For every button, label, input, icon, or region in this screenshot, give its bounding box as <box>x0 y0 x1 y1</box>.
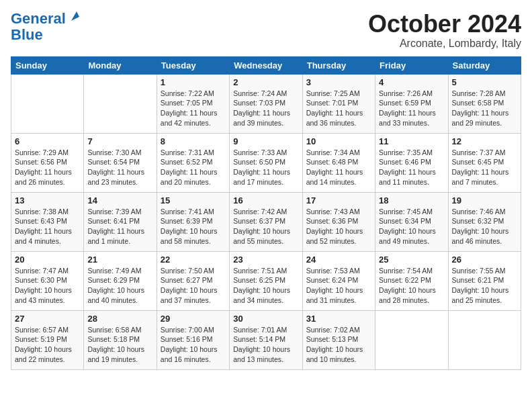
day-number: 5 <box>452 77 517 87</box>
calendar-week-row: 13Sunrise: 7:38 AMSunset: 6:43 PMDayligh… <box>11 192 521 251</box>
logo-bird-icon <box>67 9 82 24</box>
day-number: 9 <box>233 136 298 146</box>
calendar-cell <box>84 74 157 133</box>
day-number: 3 <box>306 77 371 87</box>
day-info: Sunrise: 7:43 AMSunset: 6:36 PMDaylight:… <box>306 207 371 246</box>
calendar-cell: 18Sunrise: 7:45 AMSunset: 6:34 PMDayligh… <box>375 192 448 251</box>
day-info: Sunrise: 7:37 AMSunset: 6:45 PMDaylight:… <box>452 148 517 187</box>
column-header-friday: Friday <box>375 56 448 74</box>
day-info: Sunrise: 7:30 AMSunset: 6:54 PMDaylight:… <box>87 148 152 187</box>
day-info: Sunrise: 7:33 AMSunset: 6:50 PMDaylight:… <box>233 148 298 187</box>
calendar-cell: 14Sunrise: 7:39 AMSunset: 6:41 PMDayligh… <box>84 192 157 251</box>
day-info: Sunrise: 7:00 AMSunset: 5:16 PMDaylight:… <box>161 325 226 365</box>
day-number: 4 <box>379 77 444 87</box>
calendar-cell: 7Sunrise: 7:30 AMSunset: 6:54 PMDaylight… <box>84 133 157 192</box>
day-info: Sunrise: 7:29 AMSunset: 6:56 PMDaylight:… <box>15 148 80 187</box>
calendar-cell: 21Sunrise: 7:49 AMSunset: 6:29 PMDayligh… <box>84 251 157 310</box>
day-number: 27 <box>15 314 80 324</box>
calendar-cell: 6Sunrise: 7:29 AMSunset: 6:56 PMDaylight… <box>11 133 84 192</box>
day-number: 2 <box>233 77 298 87</box>
column-header-wednesday: Wednesday <box>230 56 302 74</box>
day-number: 23 <box>233 255 298 265</box>
calendar-cell: 9Sunrise: 7:33 AMSunset: 6:50 PMDaylight… <box>230 133 302 192</box>
calendar-cell: 15Sunrise: 7:41 AMSunset: 6:39 PMDayligh… <box>157 192 229 251</box>
day-info: Sunrise: 7:35 AMSunset: 6:46 PMDaylight:… <box>379 148 444 187</box>
calendar-cell: 17Sunrise: 7:43 AMSunset: 6:36 PMDayligh… <box>302 192 375 251</box>
day-number: 12 <box>452 136 517 146</box>
day-number: 18 <box>379 195 444 205</box>
calendar-cell: 10Sunrise: 7:34 AMSunset: 6:48 PMDayligh… <box>302 133 375 192</box>
calendar-cell: 2Sunrise: 7:24 AMSunset: 7:03 PMDaylight… <box>230 74 302 133</box>
day-number: 13 <box>15 195 80 205</box>
calendar-cell: 13Sunrise: 7:38 AMSunset: 6:43 PMDayligh… <box>11 192 84 251</box>
calendar-cell: 4Sunrise: 7:26 AMSunset: 6:59 PMDaylight… <box>375 74 448 133</box>
column-header-tuesday: Tuesday <box>157 56 229 74</box>
calendar-cell: 25Sunrise: 7:54 AMSunset: 6:22 PMDayligh… <box>375 251 448 310</box>
day-info: Sunrise: 7:22 AMSunset: 7:05 PMDaylight:… <box>161 89 226 128</box>
day-number: 14 <box>87 195 152 205</box>
day-info: Sunrise: 7:49 AMSunset: 6:29 PMDaylight:… <box>87 266 152 306</box>
day-info: Sunrise: 7:28 AMSunset: 6:58 PMDaylight:… <box>452 89 517 128</box>
calendar-cell: 22Sunrise: 7:50 AMSunset: 6:27 PMDayligh… <box>157 251 229 310</box>
day-info: Sunrise: 7:25 AMSunset: 7:01 PMDaylight:… <box>306 89 371 128</box>
day-number: 15 <box>161 195 226 205</box>
day-info: Sunrise: 6:58 AMSunset: 5:18 PMDaylight:… <box>87 325 152 365</box>
day-number: 22 <box>161 255 226 265</box>
day-info: Sunrise: 7:53 AMSunset: 6:24 PMDaylight:… <box>306 266 371 306</box>
calendar-cell: 19Sunrise: 7:46 AMSunset: 6:32 PMDayligh… <box>448 192 521 251</box>
day-info: Sunrise: 7:26 AMSunset: 6:59 PMDaylight:… <box>379 89 444 128</box>
day-number: 6 <box>15 136 80 146</box>
column-header-saturday: Saturday <box>448 56 521 74</box>
calendar-cell: 29Sunrise: 7:00 AMSunset: 5:16 PMDayligh… <box>157 310 229 369</box>
day-number: 31 <box>306 314 371 324</box>
day-number: 21 <box>87 255 152 265</box>
location-subtitle: Arconate, Lombardy, Italy <box>368 38 521 50</box>
month-title: October 2024 <box>368 11 521 38</box>
calendar-week-row: 1Sunrise: 7:22 AMSunset: 7:05 PMDaylight… <box>11 74 521 133</box>
day-number: 26 <box>452 255 517 265</box>
page-header: General Blue October 2024 Arconate, Lomb… <box>11 11 521 50</box>
calendar-cell: 23Sunrise: 7:51 AMSunset: 6:25 PMDayligh… <box>230 251 302 310</box>
calendar-cell <box>11 74 84 133</box>
day-info: Sunrise: 7:02 AMSunset: 5:13 PMDaylight:… <box>306 325 371 365</box>
column-header-thursday: Thursday <box>302 56 375 74</box>
title-block: October 2024 Arconate, Lombardy, Italy <box>368 11 521 50</box>
day-info: Sunrise: 7:51 AMSunset: 6:25 PMDaylight:… <box>233 266 298 306</box>
day-number: 1 <box>161 77 226 87</box>
calendar-cell: 28Sunrise: 6:58 AMSunset: 5:18 PMDayligh… <box>84 310 157 369</box>
day-info: Sunrise: 7:38 AMSunset: 6:43 PMDaylight:… <box>15 207 80 246</box>
day-info: Sunrise: 7:34 AMSunset: 6:48 PMDaylight:… <box>306 148 371 187</box>
calendar-week-row: 20Sunrise: 7:47 AMSunset: 6:30 PMDayligh… <box>11 251 521 310</box>
day-info: Sunrise: 7:54 AMSunset: 6:22 PMDaylight:… <box>379 266 444 306</box>
logo-text: General <box>11 11 66 27</box>
day-number: 10 <box>306 136 371 146</box>
day-info: Sunrise: 7:01 AMSunset: 5:14 PMDaylight:… <box>233 325 298 365</box>
day-info: Sunrise: 7:31 AMSunset: 6:52 PMDaylight:… <box>161 148 226 187</box>
day-number: 11 <box>379 136 444 146</box>
day-info: Sunrise: 7:55 AMSunset: 6:21 PMDaylight:… <box>452 266 517 306</box>
day-info: Sunrise: 6:57 AMSunset: 5:19 PMDaylight:… <box>15 325 80 365</box>
calendar-cell: 8Sunrise: 7:31 AMSunset: 6:52 PMDaylight… <box>157 133 229 192</box>
day-info: Sunrise: 7:41 AMSunset: 6:39 PMDaylight:… <box>161 207 226 246</box>
calendar-cell: 12Sunrise: 7:37 AMSunset: 6:45 PMDayligh… <box>448 133 521 192</box>
column-header-sunday: Sunday <box>11 56 84 74</box>
calendar-cell: 20Sunrise: 7:47 AMSunset: 6:30 PMDayligh… <box>11 251 84 310</box>
day-number: 28 <box>87 314 152 324</box>
calendar-cell: 30Sunrise: 7:01 AMSunset: 5:14 PMDayligh… <box>230 310 302 369</box>
calendar-cell: 11Sunrise: 7:35 AMSunset: 6:46 PMDayligh… <box>375 133 448 192</box>
column-header-monday: Monday <box>84 56 157 74</box>
day-number: 30 <box>233 314 298 324</box>
calendar-cell <box>448 310 521 369</box>
calendar-week-row: 27Sunrise: 6:57 AMSunset: 5:19 PMDayligh… <box>11 310 521 369</box>
day-info: Sunrise: 7:46 AMSunset: 6:32 PMDaylight:… <box>452 207 517 246</box>
day-number: 8 <box>161 136 226 146</box>
calendar-table: SundayMondayTuesdayWednesdayThursdayFrid… <box>11 56 521 370</box>
day-number: 17 <box>306 195 371 205</box>
day-number: 7 <box>87 136 152 146</box>
calendar-cell: 24Sunrise: 7:53 AMSunset: 6:24 PMDayligh… <box>302 251 375 310</box>
calendar-cell: 5Sunrise: 7:28 AMSunset: 6:58 PMDaylight… <box>448 74 521 133</box>
day-info: Sunrise: 7:42 AMSunset: 6:37 PMDaylight:… <box>233 207 298 246</box>
day-info: Sunrise: 7:39 AMSunset: 6:41 PMDaylight:… <box>87 207 152 246</box>
calendar-week-row: 6Sunrise: 7:29 AMSunset: 6:56 PMDaylight… <box>11 133 521 192</box>
day-number: 24 <box>306 255 371 265</box>
